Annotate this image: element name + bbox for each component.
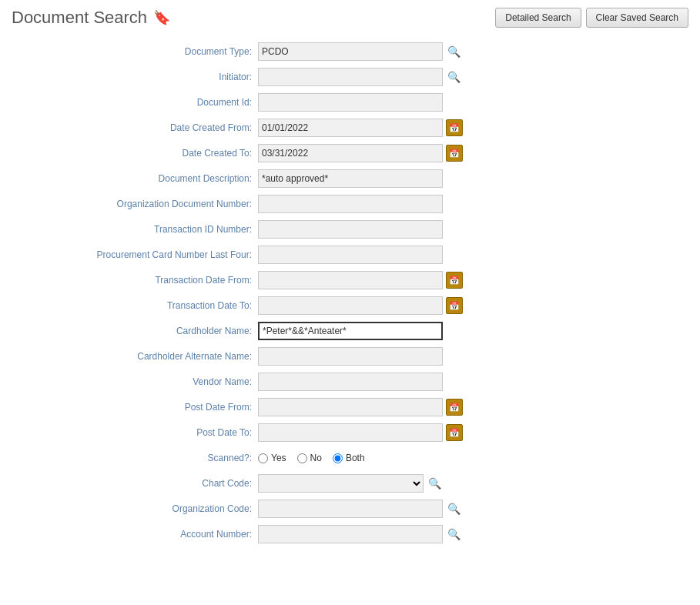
transaction-date-to-group: 📅 <box>258 296 463 315</box>
transaction-date-from-row: Transaction Date From: 📅 <box>12 270 688 290</box>
transaction-date-to-input[interactable] <box>258 296 443 315</box>
post-date-to-calendar-icon[interactable]: 📅 <box>446 424 463 441</box>
document-type-search-icon[interactable]: 🔍 <box>446 44 461 59</box>
initiator-input[interactable] <box>258 68 443 86</box>
document-type-label: Document Type: <box>12 46 258 57</box>
vendor-name-label: Vendor Name: <box>12 376 258 387</box>
bookmark-icon: 🔖 <box>153 9 170 26</box>
procurement-card-input[interactable] <box>258 246 443 264</box>
cardholder-alt-name-label: Cardholder Alternate Name: <box>12 351 258 362</box>
document-type-row: Document Type: 🔍 <box>12 42 688 62</box>
chart-code-group: 🔍 <box>258 474 442 493</box>
initiator-field-group: 🔍 <box>258 68 461 86</box>
search-form: Document Type: 🔍 Initiator: 🔍 Document I… <box>12 42 688 544</box>
detailed-search-button[interactable]: Detailed Search <box>495 8 581 28</box>
page-title: Document Search <box>12 8 147 28</box>
vendor-name-row: Vendor Name: <box>12 372 688 392</box>
account-number-row: Account Number: 🔍 <box>12 524 688 544</box>
scanned-both-label: Both <box>346 453 365 463</box>
post-date-to-row: Post Date To: 📅 <box>12 423 688 443</box>
transaction-date-from-calendar-icon[interactable]: 📅 <box>446 272 463 289</box>
scanned-yes-option[interactable]: Yes <box>258 453 286 463</box>
document-type-input[interactable] <box>258 42 443 61</box>
document-id-label: Document Id: <box>12 97 258 108</box>
post-date-to-group: 📅 <box>258 423 463 442</box>
org-code-row: Organization Code: 🔍 <box>12 499 688 519</box>
account-number-search-icon[interactable]: 🔍 <box>446 526 461 542</box>
header-left: Document Search 🔖 <box>12 8 170 28</box>
scanned-radio-group: Yes No Both <box>258 453 365 463</box>
scanned-both-option[interactable]: Both <box>333 453 365 463</box>
procurement-card-label: Procurement Card Number Last Four: <box>12 249 258 260</box>
post-date-from-calendar-icon[interactable]: 📅 <box>446 399 463 416</box>
scanned-yes-radio[interactable] <box>258 453 268 463</box>
scanned-no-radio[interactable] <box>297 453 307 463</box>
transaction-date-from-label: Transaction Date From: <box>12 275 258 286</box>
org-doc-number-row: Organization Document Number: <box>12 194 688 214</box>
cardholder-name-input[interactable] <box>258 322 443 340</box>
cardholder-alt-name-input[interactable] <box>258 347 443 366</box>
initiator-row: Initiator: 🔍 <box>12 67 688 87</box>
scanned-no-label: No <box>310 453 322 463</box>
header-buttons: Detailed Search Clear Saved Search <box>495 8 688 28</box>
transaction-date-from-group: 📅 <box>258 271 463 289</box>
date-created-to-calendar-icon[interactable]: 📅 <box>446 145 463 162</box>
org-code-group: 🔍 <box>258 500 461 518</box>
document-id-input[interactable] <box>258 93 443 112</box>
chart-code-select[interactable] <box>258 474 424 493</box>
org-doc-number-label: Organization Document Number: <box>12 199 258 209</box>
scanned-label: Scanned?: <box>12 453 258 463</box>
transaction-date-to-calendar-icon[interactable]: 📅 <box>446 297 463 314</box>
procurement-card-row: Procurement Card Number Last Four: <box>12 245 688 265</box>
scanned-row: Scanned?: Yes No Both <box>12 448 688 468</box>
transaction-id-input[interactable] <box>258 220 443 239</box>
transaction-id-label: Transaction ID Number: <box>12 224 258 235</box>
scanned-no-option[interactable]: No <box>297 453 322 463</box>
chart-code-label: Chart Code: <box>12 478 258 489</box>
date-created-from-calendar-icon[interactable]: 📅 <box>446 119 463 136</box>
date-created-to-label: Date Created To: <box>12 148 258 159</box>
initiator-label: Initiator: <box>12 72 258 82</box>
transaction-id-row: Transaction ID Number: <box>12 219 688 239</box>
org-code-search-icon[interactable]: 🔍 <box>446 501 461 516</box>
account-number-input[interactable] <box>258 525 443 543</box>
date-created-to-input[interactable] <box>258 144 443 162</box>
page-container: Document Search 🔖 Detailed Search Clear … <box>0 0 700 605</box>
post-date-from-row: Post Date From: 📅 <box>12 397 688 417</box>
post-date-from-group: 📅 <box>258 398 463 416</box>
transaction-date-to-row: Transaction Date To: 📅 <box>12 296 688 316</box>
org-doc-number-input[interactable] <box>258 195 443 213</box>
scanned-both-radio[interactable] <box>333 453 343 463</box>
transaction-date-to-label: Transaction Date To: <box>12 300 258 311</box>
chart-code-search-icon[interactable]: 🔍 <box>427 476 442 491</box>
account-number-label: Account Number: <box>12 529 258 540</box>
date-created-from-label: Date Created From: <box>12 122 258 133</box>
date-created-from-row: Date Created From: 📅 <box>12 118 688 138</box>
cardholder-name-row: Cardholder Name: <box>12 321 688 341</box>
document-type-field-group: 🔍 <box>258 42 461 61</box>
date-created-to-row: Date Created To: 📅 <box>12 143 688 163</box>
post-date-to-label: Post Date To: <box>12 427 258 438</box>
clear-saved-search-button[interactable]: Clear Saved Search <box>586 8 688 28</box>
date-created-from-group: 📅 <box>258 119 463 137</box>
date-created-from-input[interactable] <box>258 119 443 137</box>
document-id-row: Document Id: <box>12 92 688 112</box>
org-code-input[interactable] <box>258 500 443 518</box>
cardholder-name-label: Cardholder Name: <box>12 326 258 336</box>
date-created-to-group: 📅 <box>258 144 463 162</box>
vendor-name-input[interactable] <box>258 373 443 391</box>
document-description-input[interactable] <box>258 169 443 188</box>
post-date-to-input[interactable] <box>258 423 443 442</box>
org-code-label: Organization Code: <box>12 503 258 514</box>
account-number-group: 🔍 <box>258 525 461 543</box>
post-date-from-input[interactable] <box>258 398 443 416</box>
post-date-from-label: Post Date From: <box>12 402 258 413</box>
initiator-search-icon[interactable]: 🔍 <box>446 69 461 85</box>
cardholder-alt-name-row: Cardholder Alternate Name: <box>12 346 688 366</box>
transaction-date-from-input[interactable] <box>258 271 443 289</box>
document-description-row: Document Description: <box>12 169 688 189</box>
scanned-yes-label: Yes <box>271 453 286 463</box>
document-description-label: Document Description: <box>12 173 258 184</box>
page-header: Document Search 🔖 Detailed Search Clear … <box>12 8 688 28</box>
chart-code-row: Chart Code: 🔍 <box>12 473 688 493</box>
